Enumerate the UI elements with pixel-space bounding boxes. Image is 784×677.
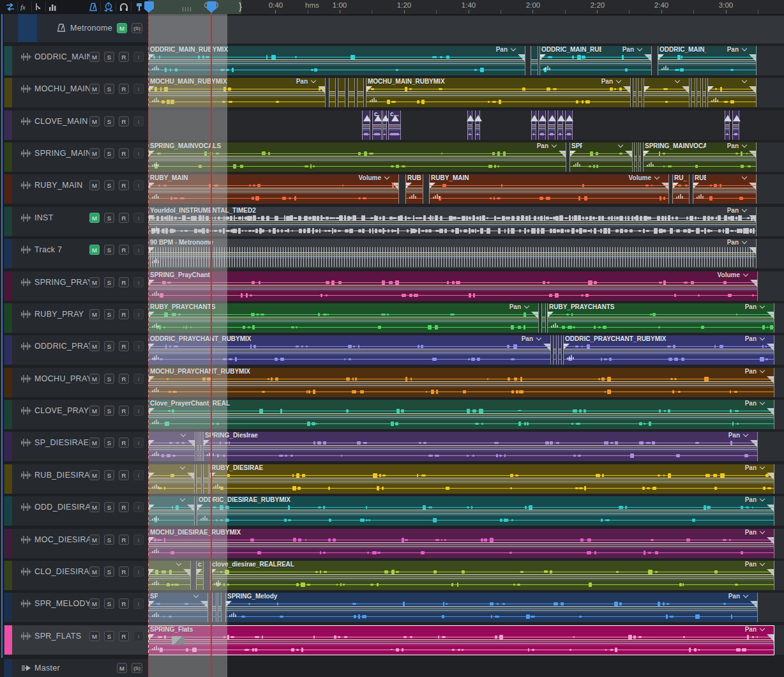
audio-clip[interactable]: SPRING_PrayChantVolume (148, 271, 758, 301)
mute-button[interactable]: M (89, 567, 100, 577)
audio-clip[interactable]: SPRING_MAINVOCALSPan (643, 142, 757, 172)
audio-clip[interactable] (200, 432, 202, 461)
input-monitor-button[interactable]: I (133, 245, 144, 255)
track-header-clo-diesirae[interactable]: CLO_DIESIRAEMSRI (4, 561, 148, 590)
clip-pan-volume-control[interactable]: Pan (601, 78, 621, 86)
audio-clip[interactable] (197, 432, 199, 461)
clip-pan-volume-control[interactable]: Pan (745, 529, 764, 537)
audio-clip[interactable] (196, 464, 202, 494)
clip-pan-volume-control[interactable] (672, 78, 679, 86)
solo-button[interactable]: S (104, 598, 114, 609)
audio-clip[interactable] (203, 464, 209, 494)
clip-pan-volume-control[interactable]: Pan (745, 561, 764, 569)
input-monitor-button[interactable]: I (133, 84, 144, 94)
audio-clip[interactable]: c... (372, 110, 382, 140)
audio-clip[interactable]: RUBY_DI... (148, 464, 195, 494)
audio-clip[interactable]: MOCHU_MAIN_RUBYMIXPan (366, 78, 631, 107)
track-header-oddric-pray[interactable]: ODDRIC_PRAYMSRI (4, 335, 148, 365)
track-header-track-7[interactable]: Track 7MSRI (4, 239, 148, 268)
clip-pan-volume-control[interactable]: Pan (537, 142, 556, 151)
solo-button[interactable]: S (104, 309, 114, 319)
audio-clip[interactable]: ODDRIC_... (148, 496, 195, 526)
clip-pan-volume-control[interactable]: Volume (359, 174, 389, 183)
mute-button[interactable]: M (89, 598, 100, 609)
clip-pan-volume-control[interactable]: Pan (622, 46, 642, 54)
audio-clip[interactable]: MOCHU_... (707, 78, 757, 107)
clip-pan-volume-control[interactable]: Pan (727, 207, 746, 215)
audio-clip[interactable]: RUBY_DIESIRAEPan (209, 464, 774, 494)
clip-pan-volume-control[interactable]: Pan (745, 464, 764, 473)
mute-button[interactable]: M (89, 631, 100, 641)
clip-pan-volume-control[interactable]: Pan (745, 368, 764, 376)
input-monitor-button[interactable]: I (133, 180, 144, 190)
clip-pan-volume-control[interactable]: Pan (728, 432, 748, 440)
solo-button[interactable]: S (104, 116, 114, 126)
clip-pan-volume-control[interactable]: Pan (745, 303, 764, 312)
audio-clip[interactable]: Clove_PrayerChant_REALPan (148, 400, 774, 429)
audio-clip[interactable] (725, 110, 730, 140)
mute-button[interactable]: M (89, 470, 100, 480)
track-header-odd-diesirae[interactable]: ODD_DIESIRAEMSRI (4, 496, 148, 526)
fx-icon[interactable]: fx (18, 1, 31, 13)
audio-clip[interactable] (638, 78, 642, 107)
playhead-marker[interactable] (207, 1, 216, 9)
mute-button[interactable]: M (89, 374, 100, 384)
solo-button[interactable]: S (104, 406, 114, 416)
audio-clip[interactable] (634, 142, 637, 172)
audio-clip[interactable]: SPRING_D... (148, 432, 195, 461)
mute-button[interactable]: M (89, 52, 100, 62)
track-header-oddric-main[interactable]: ODDRIC_MAINMSRI (4, 46, 148, 75)
audio-clip[interactable] (531, 46, 538, 75)
clip-pan-volume-control[interactable] (190, 593, 198, 601)
input-monitor-button[interactable]: I (133, 437, 144, 448)
track-header-mochu-pray[interactable]: MOCHU_PRAYMSRI (4, 368, 148, 397)
loop-region-end-handle[interactable]: } (239, 1, 242, 11)
record-button[interactable]: R (119, 598, 129, 609)
track-header-rub-diesirae[interactable]: RUB_DIESIRAEMSRI (4, 464, 148, 494)
input-monitor-button[interactable]: I (133, 116, 144, 126)
input-monitor-button[interactable]: I (133, 470, 144, 480)
audio-clip[interactable] (565, 110, 573, 140)
solo-button[interactable]: S (104, 148, 114, 158)
solo-button[interactable]: S (104, 213, 114, 223)
audio-clip[interactable] (382, 110, 387, 140)
selection-start-marker[interactable] (144, 1, 154, 9)
audio-clip[interactable]: MOCHU_DIESIRAE_RUBYMIXPan (148, 529, 774, 558)
audio-clip[interactable] (702, 78, 706, 107)
audio-clip[interactable] (691, 78, 695, 107)
record-button[interactable]: R (119, 52, 129, 62)
record-button[interactable]: R (119, 180, 129, 190)
input-monitor-button[interactable]: I (133, 374, 144, 384)
track-header-spr-flats[interactable]: SPR_FLATSMSRI (4, 625, 148, 655)
solo-button[interactable]: S (104, 245, 114, 255)
record-button[interactable]: R (119, 309, 129, 319)
mute-button[interactable]: M (89, 180, 100, 190)
stopwatch-icon[interactable] (102, 1, 115, 13)
mute-button[interactable]: M (89, 148, 100, 158)
loop-region[interactable] (148, 0, 241, 14)
audio-clip[interactable]: RUBY_PRAYCHANTSPan (148, 303, 539, 333)
clip-pan-volume-control[interactable]: Pan (745, 626, 764, 634)
audio-clip[interactable]: MOCHU_PRAYCHANT_RUBYMIXPan (148, 368, 774, 397)
audio-clip[interactable]: 90 BPM - MetronomePan (148, 239, 757, 268)
audio-clip[interactable]: ODDRIC_PRAYCHANT_RUBYMIXPan (563, 335, 774, 365)
clip-pan-volume-control[interactable]: Volume (629, 174, 659, 183)
solo-button[interactable]: S (104, 374, 114, 384)
audio-clip[interactable]: MOCHU_... (644, 78, 690, 107)
record-button[interactable]: R (119, 116, 129, 126)
solo-button[interactable]: (S) (132, 23, 142, 33)
mute-button[interactable]: M (89, 535, 100, 545)
input-monitor-button[interactable]: I (133, 631, 144, 641)
input-monitor-button[interactable]: I (133, 567, 144, 577)
record-button[interactable]: R (119, 148, 129, 158)
solo-button[interactable]: S (104, 631, 114, 641)
audio-clip[interactable]: ODDRIC_DIESIRAE_RUBYMIXPan (197, 496, 774, 526)
record-button[interactable]: R (119, 84, 129, 94)
audio-clip[interactable]: YourIdol_INSTRUMENTAL_TIMED2Pan (148, 207, 757, 236)
audio-clip[interactable]: SPRING_DiesIraePan (203, 432, 758, 461)
audio-clip[interactable] (548, 110, 555, 140)
solo-button[interactable]: S (104, 341, 114, 351)
clip-pan-volume-control[interactable]: Pan (728, 593, 748, 601)
input-monitor-button[interactable]: I (133, 309, 144, 319)
record-button[interactable]: R (119, 341, 129, 351)
